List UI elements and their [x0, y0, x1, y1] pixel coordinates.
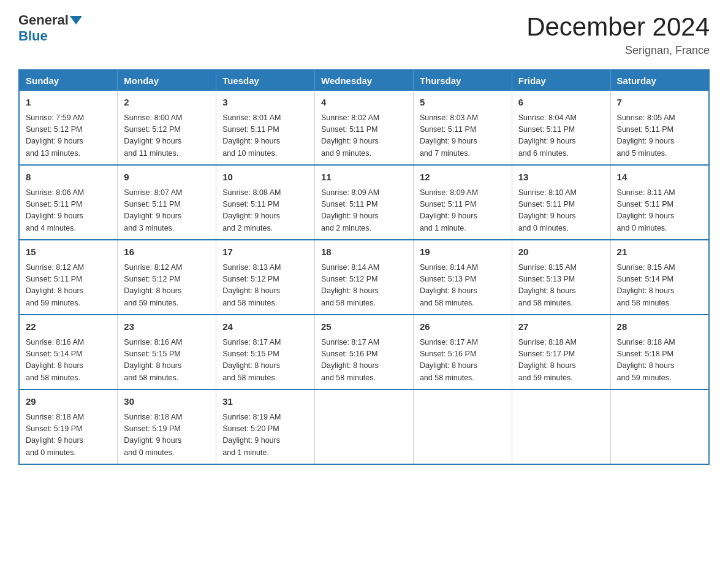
calendar-cell: 17 Sunrise: 8:13 AMSunset: 5:12 PMDaylig…: [216, 240, 315, 315]
calendar-cell: [610, 389, 709, 464]
calendar-cell: 20 Sunrise: 8:15 AMSunset: 5:13 PMDaylig…: [512, 240, 610, 315]
calendar-cell: 21 Sunrise: 8:15 AMSunset: 5:14 PMDaylig…: [610, 240, 709, 315]
day-info: Sunrise: 8:15 AMSunset: 5:13 PMDaylight:…: [518, 262, 604, 310]
calendar-cell: 11 Sunrise: 8:09 AMSunset: 5:11 PMDaylig…: [315, 165, 414, 240]
day-number: 16: [124, 245, 210, 259]
day-info: Sunrise: 8:09 AMSunset: 5:11 PMDaylight:…: [321, 187, 407, 235]
day-info: Sunrise: 8:12 AMSunset: 5:12 PMDaylight:…: [124, 262, 210, 310]
calendar-cell: 29 Sunrise: 8:18 AMSunset: 5:19 PMDaylig…: [19, 389, 118, 464]
day-number: 1: [26, 96, 111, 110]
day-number: 24: [222, 320, 308, 334]
weekday-header-tuesday: Tuesday: [216, 70, 315, 91]
day-number: 17: [222, 245, 308, 259]
day-info: Sunrise: 8:06 AMSunset: 5:11 PMDaylight:…: [26, 187, 111, 235]
day-info: Sunrise: 8:00 AMSunset: 5:12 PMDaylight:…: [124, 112, 210, 160]
calendar-cell: [512, 389, 610, 464]
day-info: Sunrise: 8:17 AMSunset: 5:15 PMDaylight:…: [222, 337, 308, 385]
day-info: Sunrise: 8:16 AMSunset: 5:14 PMDaylight:…: [26, 337, 111, 385]
day-info: Sunrise: 8:14 AMSunset: 5:13 PMDaylight:…: [420, 262, 506, 310]
day-number: 27: [518, 320, 604, 334]
calendar-cell: 18 Sunrise: 8:14 AMSunset: 5:12 PMDaylig…: [315, 240, 414, 315]
day-info: Sunrise: 8:13 AMSunset: 5:12 PMDaylight:…: [222, 262, 308, 310]
day-info: Sunrise: 8:17 AMSunset: 5:16 PMDaylight:…: [321, 337, 407, 385]
day-info: Sunrise: 8:18 AMSunset: 5:19 PMDaylight:…: [26, 412, 111, 459]
day-number: 19: [420, 245, 506, 259]
calendar-cell: 27 Sunrise: 8:18 AMSunset: 5:17 PMDaylig…: [512, 315, 610, 389]
calendar-cell: 5 Sunrise: 8:03 AMSunset: 5:11 PMDayligh…: [413, 91, 512, 165]
calendar-week-row: 29 Sunrise: 8:18 AMSunset: 5:19 PMDaylig…: [19, 389, 709, 464]
logo: General Blue: [18, 12, 83, 44]
day-number: 25: [321, 320, 407, 334]
day-number: 20: [518, 245, 604, 259]
calendar-cell: 4 Sunrise: 8:02 AMSunset: 5:11 PMDayligh…: [315, 91, 414, 165]
day-info: Sunrise: 8:09 AMSunset: 5:11 PMDaylight:…: [420, 187, 506, 235]
day-number: 14: [617, 170, 702, 185]
calendar-cell: 14 Sunrise: 8:11 AMSunset: 5:11 PMDaylig…: [610, 165, 709, 240]
calendar-cell: 23 Sunrise: 8:16 AMSunset: 5:15 PMDaylig…: [118, 315, 216, 389]
day-number: 31: [222, 395, 308, 409]
calendar-table: SundayMondayTuesdayWednesdayThursdayFrid…: [18, 69, 710, 465]
calendar-cell: 6 Sunrise: 8:04 AMSunset: 5:11 PMDayligh…: [512, 91, 610, 165]
day-info: Sunrise: 8:16 AMSunset: 5:15 PMDaylight:…: [124, 337, 210, 385]
calendar-cell: 2 Sunrise: 8:00 AMSunset: 5:12 PMDayligh…: [118, 91, 216, 165]
day-number: 3: [222, 96, 308, 110]
day-info: Sunrise: 8:15 AMSunset: 5:14 PMDaylight:…: [617, 262, 702, 310]
day-number: 2: [124, 96, 210, 110]
day-number: 28: [617, 320, 702, 334]
day-number: 11: [321, 170, 407, 185]
weekday-header-wednesday: Wednesday: [315, 70, 414, 91]
calendar-cell: 19 Sunrise: 8:14 AMSunset: 5:13 PMDaylig…: [413, 240, 512, 315]
day-info: Sunrise: 8:04 AMSunset: 5:11 PMDaylight:…: [518, 112, 604, 160]
calendar-cell: 12 Sunrise: 8:09 AMSunset: 5:11 PMDaylig…: [413, 165, 512, 240]
day-number: 21: [617, 245, 702, 259]
calendar-header-row: SundayMondayTuesdayWednesdayThursdayFrid…: [19, 70, 709, 91]
day-number: 5: [420, 96, 506, 110]
day-info: Sunrise: 8:08 AMSunset: 5:11 PMDaylight:…: [222, 187, 308, 235]
day-number: 15: [26, 245, 111, 259]
calendar-cell: 16 Sunrise: 8:12 AMSunset: 5:12 PMDaylig…: [118, 240, 216, 315]
calendar-week-row: 22 Sunrise: 8:16 AMSunset: 5:14 PMDaylig…: [19, 315, 709, 389]
day-info: Sunrise: 8:11 AMSunset: 5:11 PMDaylight:…: [617, 187, 702, 235]
logo-arrow-icon: [70, 16, 82, 25]
calendar-cell: [315, 389, 414, 464]
day-number: 22: [26, 320, 111, 334]
weekday-header-thursday: Thursday: [413, 70, 512, 91]
logo-blue-text: Blue: [18, 28, 48, 44]
calendar-cell: 24 Sunrise: 8:17 AMSunset: 5:15 PMDaylig…: [216, 315, 315, 389]
day-number: 13: [518, 170, 604, 185]
calendar-cell: 28 Sunrise: 8:18 AMSunset: 5:18 PMDaylig…: [610, 315, 709, 389]
page-header: General Blue December 2024 Serignan, Fra…: [18, 12, 710, 57]
calendar-cell: 1 Sunrise: 7:59 AMSunset: 5:12 PMDayligh…: [19, 91, 118, 165]
calendar-cell: 7 Sunrise: 8:05 AMSunset: 5:11 PMDayligh…: [610, 91, 709, 165]
month-title: December 2024: [526, 12, 710, 42]
calendar-cell: 15 Sunrise: 8:12 AMSunset: 5:11 PMDaylig…: [19, 240, 118, 315]
day-info: Sunrise: 8:18 AMSunset: 5:19 PMDaylight:…: [124, 412, 210, 459]
day-info: Sunrise: 8:10 AMSunset: 5:11 PMDaylight:…: [518, 187, 604, 235]
calendar-cell: 10 Sunrise: 8:08 AMSunset: 5:11 PMDaylig…: [216, 165, 315, 240]
day-number: 7: [617, 96, 702, 110]
calendar-cell: 13 Sunrise: 8:10 AMSunset: 5:11 PMDaylig…: [512, 165, 610, 240]
day-number: 23: [124, 320, 210, 334]
calendar-cell: 8 Sunrise: 8:06 AMSunset: 5:11 PMDayligh…: [19, 165, 118, 240]
day-info: Sunrise: 8:18 AMSunset: 5:17 PMDaylight:…: [518, 337, 604, 385]
calendar-week-row: 1 Sunrise: 7:59 AMSunset: 5:12 PMDayligh…: [19, 91, 709, 165]
day-number: 18: [321, 245, 407, 259]
day-info: Sunrise: 8:17 AMSunset: 5:16 PMDaylight:…: [420, 337, 506, 385]
day-info: Sunrise: 8:19 AMSunset: 5:20 PMDaylight:…: [222, 412, 308, 459]
day-number: 9: [124, 170, 210, 185]
calendar-cell: 22 Sunrise: 8:16 AMSunset: 5:14 PMDaylig…: [19, 315, 118, 389]
calendar-cell: 3 Sunrise: 8:01 AMSunset: 5:11 PMDayligh…: [216, 91, 315, 165]
day-number: 8: [26, 170, 111, 185]
day-info: Sunrise: 8:05 AMSunset: 5:11 PMDaylight:…: [617, 112, 702, 160]
calendar-cell: 26 Sunrise: 8:17 AMSunset: 5:16 PMDaylig…: [413, 315, 512, 389]
weekday-header-friday: Friday: [512, 70, 610, 91]
day-number: 10: [222, 170, 308, 185]
calendar-week-row: 8 Sunrise: 8:06 AMSunset: 5:11 PMDayligh…: [19, 165, 709, 240]
day-number: 26: [420, 320, 506, 334]
day-info: Sunrise: 7:59 AMSunset: 5:12 PMDaylight:…: [26, 112, 111, 160]
weekday-header-monday: Monday: [118, 70, 216, 91]
weekday-header-saturday: Saturday: [610, 70, 709, 91]
day-info: Sunrise: 8:12 AMSunset: 5:11 PMDaylight:…: [26, 262, 111, 310]
title-block: December 2024 Serignan, France: [526, 12, 710, 57]
calendar-cell: [413, 389, 512, 464]
